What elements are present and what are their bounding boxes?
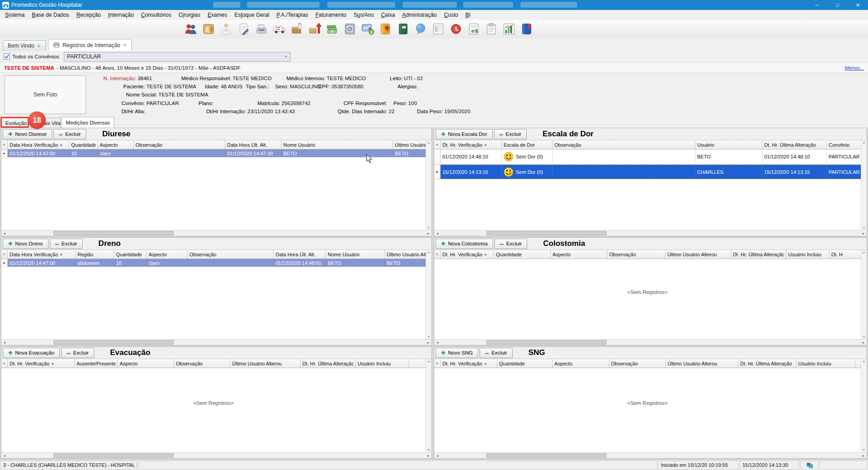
evacuacao-col-dt-hr-verifica-o[interactable]: Dt. Hr. Verificação▲	[8, 359, 75, 368]
stock-out-icon[interactable]	[307, 22, 322, 37]
scroll-left-icon[interactable]: ◄	[1, 454, 8, 457]
escala-de-dor-row[interactable]: ▸15/12/2020 14:13:15Sem Dor (0)CHARLLES1…	[434, 164, 861, 179]
scrollbar-thumb[interactable]	[486, 340, 606, 345]
report-icon[interactable]	[431, 22, 446, 37]
scroll-left-icon[interactable]: ◄	[1, 232, 8, 235]
scroll-left-icon[interactable]: ◄	[434, 341, 441, 344]
menu-faturamento[interactable]: Faturamento	[312, 11, 350, 19]
sng-new-button[interactable]: ✚Novo SNG	[436, 348, 478, 358]
dreno-col-aspecto[interactable]: Aspecto	[147, 250, 188, 259]
colostomia-hscrollbar[interactable]: ◄►	[434, 339, 867, 345]
menu-custo[interactable]: Custo	[440, 11, 461, 19]
scroll-up-icon[interactable]: ▲	[863, 360, 865, 363]
evacuacao-col--ltimo-usu-rio-alterou[interactable]: Último Usuário Alterou	[230, 359, 301, 368]
scroll-down-icon[interactable]: ▼	[863, 449, 865, 451]
close-button[interactable]: ✕	[848, 0, 868, 10]
scroll-right-icon[interactable]: ►	[860, 341, 867, 344]
scroll-up-icon[interactable]: ▲	[427, 141, 430, 144]
sng-col--ltimo-usu-rio-alterou[interactable]: Último Usuário Alterou	[666, 359, 738, 368]
doctor-icon[interactable]	[218, 22, 233, 37]
menu-cirurgias[interactable]: Cirurgias	[175, 11, 204, 19]
todos-convenios-checkbox[interactable]	[4, 53, 10, 60]
dreno-new-button[interactable]: ✚Novo Dreno	[3, 239, 48, 249]
scrollbar-thumb[interactable]	[53, 453, 174, 458]
evacuacao-col-usu-rio-incluiu[interactable]: Usuário Incluiu	[356, 359, 409, 368]
evacuacao-vscrollbar[interactable]: ▲▼	[426, 359, 432, 452]
diurese-col-data-hora-lt-alt-[interactable]: Data Hora Últ. Alt.	[225, 140, 281, 149]
menu-base-de-dados[interactable]: Base de Dados	[28, 11, 73, 19]
sng-col-aspecto[interactable]: Aspecto	[553, 359, 609, 368]
sng-delete-button[interactable]: ▬Excluir	[480, 348, 513, 358]
sng-col-dt-hr-verifica-o[interactable]: Dt. Hr. Verificação▲	[441, 359, 497, 368]
collapse-link[interactable]: Menos...	[845, 65, 864, 71]
cash-register-icon[interactable]	[254, 22, 269, 37]
colostomia-col-aspecto[interactable]: Aspecto	[551, 250, 607, 259]
colostomia-col--ltimo-usu-rio-alterou[interactable]: Último Usuário Alterou	[665, 250, 731, 259]
phonebook-icon[interactable]	[378, 22, 393, 37]
colostomia-col-dt-hr-verifica-o[interactable]: Dt. Hr. Verificação▲	[441, 250, 494, 259]
sng-col-observa-o[interactable]: Observação	[609, 359, 666, 368]
subtab-medicoes-diversas[interactable]: Medições Diversas	[61, 117, 114, 128]
subtab-evolucao[interactable]: Evolução	[1, 118, 31, 128]
escala-de-dor-col-dt-hr-ltima-altera-o[interactable]: Dt. Hr. Última Alteração	[762, 140, 827, 149]
scroll-down-icon[interactable]: ▼	[863, 226, 865, 229]
chat-icon[interactable]	[413, 22, 428, 37]
menu-bi[interactable]: BI	[462, 11, 474, 19]
dreno-delete-button[interactable]: ▬Excluir	[50, 239, 83, 249]
scroll-right-icon[interactable]: ►	[425, 341, 432, 344]
evacuacao-delete-button[interactable]: ▬Excluir	[61, 348, 94, 358]
scroll-up-icon[interactable]: ▲	[863, 251, 865, 254]
menu-exames[interactable]: Exames	[204, 11, 231, 19]
escala-de-dor-delete-button[interactable]: ▬Excluir	[494, 129, 527, 139]
escala-de-dor-col-observa-o[interactable]: Observação	[553, 140, 695, 149]
evacuacao-hscrollbar[interactable]: ◄►	[1, 452, 432, 458]
maximize-button[interactable]: □	[827, 0, 848, 10]
notes-icon[interactable]	[484, 22, 499, 37]
escala-de-dor-new-button[interactable]: ✚Nova Escala Dor	[436, 129, 493, 139]
users-icon[interactable]	[183, 22, 198, 37]
ledger-icon[interactable]	[395, 22, 410, 37]
colostomia-col-dt-h[interactable]: Dt. H	[829, 250, 861, 259]
stats-icon[interactable]	[501, 22, 516, 37]
dreno-col-data-hora-lt-alt-[interactable]: Data Hora Últ. Alt.	[274, 250, 326, 259]
scroll-down-icon[interactable]: ▼	[427, 336, 430, 338]
close-icon[interactable]: ✕	[123, 43, 126, 48]
sng-vscrollbar[interactable]: ▲▼	[861, 359, 867, 452]
diurese-new-button[interactable]: ✚Novo Diurese	[3, 129, 52, 139]
colostomia-col-observa-o[interactable]: Observação	[607, 250, 665, 259]
scroll-down-icon[interactable]: ▼	[427, 449, 430, 451]
dreno-row[interactable]: ▸01/12/2020 14:47:00abdomem10claro01/12/…	[1, 259, 426, 267]
escala-de-dor-col-dt-hr-verifica-o[interactable]: Dt. Hr. Verificação▲	[441, 140, 502, 149]
evacuacao-new-button[interactable]: ✚Nova Evacuação	[3, 348, 60, 358]
dreno-hscrollbar[interactable]: ◄►	[1, 339, 432, 345]
sng-col-dt-hr-ltima-altera-o[interactable]: Dt. Hr. Última Alteração	[738, 359, 796, 368]
scroll-left-icon[interactable]: ◄	[434, 454, 441, 457]
colostomia-col-quantidade[interactable]: Quantidade	[494, 250, 551, 259]
dreno-vscrollbar[interactable]: ▲▼	[426, 250, 432, 339]
finance-chart-icon[interactable]: $	[360, 22, 375, 37]
ambulance-icon[interactable]	[272, 22, 286, 37]
close-icon[interactable]: ✕	[37, 43, 40, 48]
menu-consult-rios[interactable]: Consultórios	[137, 11, 175, 19]
scroll-down-icon[interactable]: ▼	[427, 226, 430, 229]
colostomia-new-button[interactable]: ✚Nova Colostomia	[436, 239, 493, 249]
menu-caixa[interactable]: Caixa	[378, 11, 399, 19]
menu-sus-ans[interactable]: Sus/Ans	[350, 11, 378, 19]
prescription-icon[interactable]	[236, 22, 251, 37]
evacuacao-col-aspecto[interactable]: Aspecto	[118, 359, 174, 368]
scroll-left-icon[interactable]: ◄	[434, 232, 441, 235]
supplies-box-icon[interactable]	[289, 22, 304, 37]
bi-book-icon[interactable]	[519, 22, 534, 37]
menu-administra-o[interactable]: Administração	[398, 11, 440, 19]
diurese-delete-button[interactable]: ▬Excluir	[53, 129, 87, 139]
diurese-col-aspecto[interactable]: Aspecto	[98, 140, 134, 149]
dreno-col-observa-o[interactable]: Observação	[188, 250, 274, 259]
scrollbar-thumb[interactable]	[53, 231, 174, 235]
scroll-down-icon[interactable]: ▼	[863, 336, 865, 338]
evacuacao-col-ausente-presente[interactable]: Ausente/Presente	[75, 359, 118, 368]
colostomia-vscrollbar[interactable]: ▲▼	[861, 250, 867, 339]
escala-de-dor-col-usu-rio[interactable]: Usuário	[695, 140, 762, 149]
scroll-up-icon[interactable]: ▲	[863, 141, 865, 144]
dreno-col-quantidade[interactable]: Quantidade	[114, 250, 147, 259]
menu-interna-o[interactable]: Internação	[104, 11, 137, 19]
